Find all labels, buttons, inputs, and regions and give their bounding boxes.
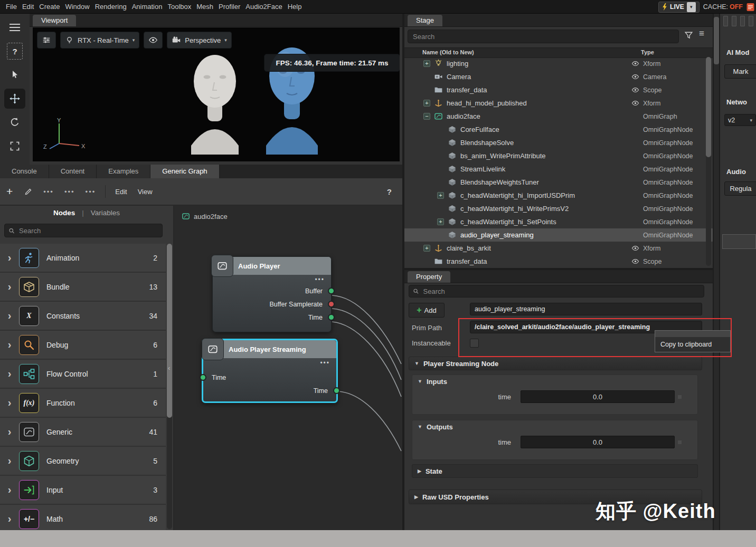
prim-name[interactable]: audio2face xyxy=(447,112,627,120)
live-dropdown-caret[interactable]: ▾ xyxy=(687,2,696,12)
section-inputs[interactable]: ▼ Inputs xyxy=(412,375,697,388)
expand-box-icon[interactable]: + xyxy=(423,60,430,67)
expand-chevron-icon[interactable]: › xyxy=(0,455,19,467)
graph-edit-menu[interactable]: Edit xyxy=(110,188,132,196)
cache-icon[interactable] xyxy=(746,3,754,12)
node-list-scrollbar[interactable] xyxy=(167,244,172,529)
expand-chevron-icon[interactable]: › xyxy=(0,368,19,380)
prim-name[interactable]: head_hi_model_published xyxy=(447,99,627,107)
node-category-row[interactable]: ›f(x)Function6 xyxy=(0,389,166,418)
port-dot-red[interactable] xyxy=(328,301,335,308)
panel-field[interactable] xyxy=(722,234,756,249)
node-category-row[interactable]: ›Geometry5 xyxy=(0,447,166,476)
node-audio-player[interactable]: Audio Player ••• Buffer Buffer Samplerat… xyxy=(212,256,332,332)
node-category-row[interactable]: ›Generic41 xyxy=(0,418,166,447)
edit-pencil-icon[interactable] xyxy=(19,187,38,196)
expand-chevron-icon[interactable]: › xyxy=(0,281,19,293)
prim-name[interactable]: transfer_data xyxy=(447,86,627,94)
graph-view-menu[interactable]: View xyxy=(133,188,158,196)
rotate-tool[interactable] xyxy=(4,112,25,132)
eye-icon[interactable] xyxy=(627,257,643,265)
select-cursor-tool[interactable] xyxy=(4,65,25,85)
node-category-row[interactable]: ›+/−Math86 xyxy=(0,505,166,530)
menu-item-toolbox[interactable]: Toolbox xyxy=(165,0,194,14)
render-settings-button[interactable] xyxy=(37,32,56,49)
section-player-streaming-node[interactable]: ▼ Player Streaming Node xyxy=(409,357,702,370)
eye-icon[interactable] xyxy=(627,86,643,94)
section-outputs[interactable]: ▼ Outputs xyxy=(412,420,697,433)
prim-name-field[interactable] xyxy=(470,303,702,315)
tab-stage[interactable]: Stage xyxy=(408,15,442,26)
tab-property[interactable]: Property xyxy=(408,271,450,283)
stage-scrollbar[interactable] xyxy=(706,57,711,266)
input-time-field[interactable] xyxy=(521,390,675,403)
stage-tree-row[interactable]: StreamLivelinkOmniGraphNode xyxy=(404,162,713,176)
port-dot-green[interactable] xyxy=(333,387,340,394)
stage-tree-row[interactable]: CameraCamera xyxy=(404,70,713,83)
eye-icon[interactable] xyxy=(627,99,643,107)
eye-icon[interactable] xyxy=(627,244,643,252)
value-handle[interactable] xyxy=(678,395,682,399)
tab-viewport[interactable]: Viewport xyxy=(33,15,76,26)
add-node-button[interactable]: + xyxy=(0,185,19,198)
port-dot-green[interactable] xyxy=(200,374,206,381)
stage-tree-row[interactable]: +c_headWatertight_hi_SetPointsOmniGraphN… xyxy=(404,215,713,228)
section-state[interactable]: ▶ State xyxy=(412,464,698,478)
port-time-out[interactable]: Time xyxy=(213,311,331,324)
stage-tree-row[interactable]: +head_hi_model_publishedXform xyxy=(404,97,713,110)
column-name[interactable]: Name (Old to New) xyxy=(422,49,474,55)
stage-tree-row[interactable]: −audio2faceOmniGraph xyxy=(404,110,713,123)
collapse-box-icon[interactable]: − xyxy=(423,113,430,120)
eye-icon[interactable] xyxy=(627,73,643,81)
instanceable-checkbox[interactable] xyxy=(470,339,479,348)
live-toggle[interactable]: LIVE ▾ xyxy=(658,2,700,13)
expand-chevron-icon[interactable]: › xyxy=(0,310,19,322)
viewport-3d-view[interactable]: RTX - Real-Time ▾ Perspective xyxy=(33,27,400,161)
node-category-row[interactable]: ›Flow Control1 xyxy=(0,360,166,389)
menu-item-profiler[interactable]: Profiler xyxy=(216,0,243,14)
expand-chevron-icon[interactable]: › xyxy=(0,426,19,438)
stage-tree-row[interactable]: +claire_bs_arkitXform xyxy=(404,242,713,255)
tab-generic-graph[interactable]: Generic Graph xyxy=(150,165,219,178)
help-button[interactable]: ? xyxy=(387,187,392,196)
add-property-button[interactable]: + Add xyxy=(409,303,445,318)
port-buffer[interactable]: Buffer xyxy=(213,284,331,298)
property-search-box[interactable] xyxy=(409,285,704,298)
stage-search-input[interactable] xyxy=(412,32,675,41)
prim-name[interactable]: bs_anim_WritePrimAttribute xyxy=(460,152,627,160)
expand-chevron-icon[interactable]: › xyxy=(0,513,19,525)
stage-tree-row[interactable]: +c_headWatertight_hi_ImportUSDPrimOmniGr… xyxy=(404,189,713,202)
prim-name[interactable]: audio_player_streaming xyxy=(460,231,627,239)
node-audio-player-streaming[interactable]: Audio Player Streaming ••• Time Time xyxy=(202,339,338,403)
prim-name[interactable]: claire_bs_arkit xyxy=(447,244,627,252)
overflow-dots-icon[interactable]: ••• xyxy=(59,188,80,196)
node-category-row[interactable]: ›Input3 xyxy=(0,476,166,505)
graph-canvas[interactable]: audio2face Audio Player ••• Buffer xyxy=(174,206,402,530)
prim-name[interactable]: c_headWatertight_hi_ImportUSDPrim xyxy=(460,191,627,199)
overflow-dots-icon[interactable]: ••• xyxy=(80,188,101,196)
regular-button[interactable]: Regula xyxy=(724,181,756,196)
stage-tree-row[interactable]: BlendshapeSolveOmniGraphNode xyxy=(404,136,713,149)
menu-item-file[interactable]: File xyxy=(3,0,20,14)
menu-icon[interactable] xyxy=(4,17,25,37)
overflow-dots-icon[interactable]: ••• xyxy=(38,188,59,196)
expand-box-icon[interactable]: + xyxy=(437,192,444,199)
subtab-variables[interactable]: Variables xyxy=(91,209,120,217)
menu-item-create[interactable]: Create xyxy=(36,0,62,14)
menu-item-window[interactable]: Window xyxy=(62,0,92,14)
prim-name[interactable]: c_headWatertight_hi_WritePrimsV2 xyxy=(460,205,627,213)
expand-chevron-icon[interactable]: › xyxy=(0,484,19,496)
node-category-row[interactable]: ›Bundle13 xyxy=(0,273,166,302)
value-handle[interactable] xyxy=(678,440,682,444)
node-search-input[interactable] xyxy=(18,226,158,235)
node-search-box[interactable] xyxy=(4,224,163,237)
port-dot-green[interactable] xyxy=(328,314,335,321)
expand-chevron-icon[interactable]: › xyxy=(0,252,19,264)
column-type[interactable]: Type xyxy=(641,49,654,55)
subtab-nodes[interactable]: Nodes xyxy=(53,209,75,217)
property-search-input[interactable] xyxy=(422,287,700,296)
outer-scrollbar[interactable] xyxy=(714,14,719,530)
stage-tree-row[interactable]: c_headWatertight_hi_WritePrimsV2OmniGrap… xyxy=(404,202,713,215)
filter-icon[interactable] xyxy=(684,31,693,40)
copy-to-clipboard-item[interactable]: Copy to clipboard xyxy=(655,337,730,352)
